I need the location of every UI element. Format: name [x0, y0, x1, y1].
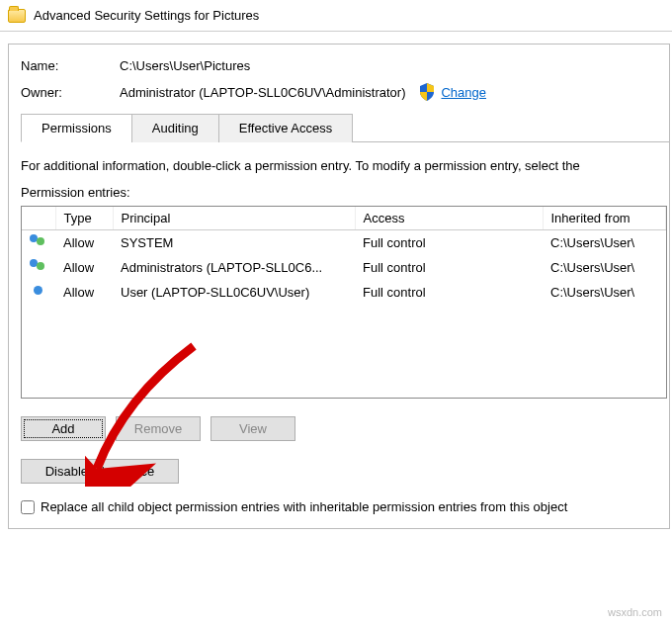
owner-label: Owner:: [21, 85, 120, 100]
cell-type: Allow: [55, 230, 113, 256]
cell-inherited: C:\Users\User\: [543, 280, 666, 305]
remove-button[interactable]: Remove: [116, 416, 201, 441]
name-value: C:\Users\User\Pictures: [120, 58, 250, 73]
cell-type: Allow: [55, 280, 113, 305]
main-panel: Name: C:\Users\User\Pictures Owner: Admi…: [8, 44, 670, 529]
titlebar: Advanced Security Settings for Pictures: [0, 0, 672, 32]
shield-icon: [419, 83, 435, 101]
owner-value: Administrator (LAPTOP-SLL0C6UV\Administr…: [120, 85, 405, 100]
table-row[interactable]: AllowUser (LAPTOP-SLL0C6UV\User)Full con…: [22, 280, 666, 305]
replace-checkbox-label[interactable]: Replace all child object permission entr…: [41, 499, 567, 514]
principal-icon: [30, 234, 47, 248]
replace-checkbox-row: Replace all child object permission entr…: [21, 499, 669, 514]
tab-auditing[interactable]: Auditing: [131, 114, 219, 142]
name-row: Name: C:\Users\User\Pictures: [21, 58, 669, 73]
cell-principal: Administrators (LAPTOP-SLL0C6...: [113, 255, 355, 280]
view-button[interactable]: View: [210, 416, 295, 441]
window-title: Advanced Security Settings for Pictures: [34, 8, 259, 23]
info-text: For additional information, double-click…: [21, 158, 669, 173]
cell-access: Full control: [355, 280, 543, 305]
disable-inheritance-button[interactable]: Disable inheritance: [21, 459, 179, 484]
replace-checkbox[interactable]: [21, 500, 35, 514]
button-row-2: Disable inheritance: [21, 459, 669, 484]
add-button[interactable]: Add: [21, 416, 106, 441]
watermark: wsxdn.com: [608, 606, 662, 618]
cell-inherited: C:\Users\User\: [543, 230, 666, 256]
cell-access: Full control: [355, 255, 543, 280]
name-label: Name:: [21, 58, 120, 73]
folder-icon: [8, 9, 26, 23]
col-principal[interactable]: Principal: [113, 207, 355, 230]
col-icon[interactable]: [22, 207, 55, 230]
cell-principal: SYSTEM: [113, 230, 355, 256]
cell-inherited: C:\Users\User\: [543, 255, 666, 280]
principal-icon: [30, 284, 47, 298]
permission-table[interactable]: Type Principal Access Inherited from All…: [21, 206, 667, 399]
table-row[interactable]: AllowSYSTEMFull controlC:\Users\User\: [22, 230, 666, 256]
button-row: Add Remove View: [21, 416, 669, 441]
col-type[interactable]: Type: [55, 207, 113, 230]
tab-permissions[interactable]: Permissions: [21, 114, 132, 142]
table-row[interactable]: AllowAdministrators (LAPTOP-SLL0C6...Ful…: [22, 255, 666, 280]
tab-effective-access[interactable]: Effective Access: [218, 114, 353, 142]
table-header-row: Type Principal Access Inherited from: [22, 207, 666, 230]
owner-row: Owner: Administrator (LAPTOP-SLL0C6UV\Ad…: [21, 83, 669, 101]
col-inherited[interactable]: Inherited from: [543, 207, 666, 230]
col-access[interactable]: Access: [355, 207, 543, 230]
principal-icon: [30, 259, 47, 273]
cell-access: Full control: [355, 230, 543, 256]
cell-type: Allow: [55, 255, 113, 280]
tab-strip: Permissions Auditing Effective Access: [21, 113, 669, 142]
change-owner-link[interactable]: Change: [441, 85, 486, 100]
cell-principal: User (LAPTOP-SLL0C6UV\User): [113, 280, 355, 305]
entries-label: Permission entries:: [21, 185, 669, 200]
